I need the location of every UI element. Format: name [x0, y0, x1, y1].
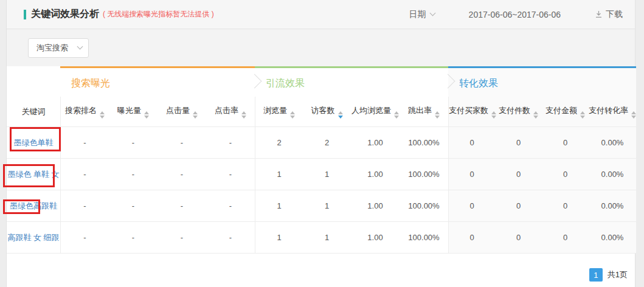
- metric-cell: 0: [542, 222, 589, 254]
- col-header-1: 关键词: [7, 97, 60, 127]
- sort-icon[interactable]: [241, 111, 246, 119]
- col-header-label: 人均浏览量: [351, 106, 391, 115]
- col-header-label: 支付转化率: [589, 106, 628, 115]
- keyword-link[interactable]: 高跟鞋 女 细跟: [7, 233, 59, 242]
- total-pages-label: 共1页: [608, 269, 628, 280]
- metric-cell: 0.00%: [589, 190, 636, 222]
- keyword-cell: 墨绿色高跟鞋: [7, 190, 60, 222]
- col-header-label: 曝光量: [117, 106, 141, 115]
- title-bar-right: 日期 2017-06-06~2017-06-06 下载: [409, 9, 623, 20]
- metric-cell: -: [158, 127, 206, 159]
- metric-cell: -: [109, 127, 158, 159]
- chevron-down-icon: [429, 10, 435, 16]
- title-accent-bar: [24, 10, 26, 19]
- keyword-table: 搜索曝光引流效果转化效果 关键词搜索排名曝光量点击量点击率浏览量访客数人均浏览量…: [7, 66, 636, 254]
- metric-cell: 1.00: [351, 159, 400, 190]
- metric-cell: 0: [448, 222, 495, 254]
- col-header-2[interactable]: 搜索排名: [60, 97, 109, 127]
- keyword-link[interactable]: 墨绿色高跟鞋: [10, 201, 57, 210]
- col-header-11[interactable]: 支付件数: [495, 97, 542, 127]
- chevron-down-icon: [77, 44, 83, 50]
- table-row: 墨绿色单鞋----221.00100.00%0000.00%: [7, 127, 636, 159]
- metric-cell: -: [109, 222, 158, 254]
- sort-icon[interactable]: [193, 111, 198, 119]
- date-filter-dropdown[interactable]: 日期: [409, 9, 435, 20]
- table-row: 墨绿色 单鞋 女----111.00100.00%0000.00%: [7, 159, 636, 190]
- metric-cell: -: [158, 190, 206, 222]
- metric-cell: -: [158, 159, 206, 190]
- col-header-label: 点击率: [215, 106, 238, 115]
- col-header-3[interactable]: 曝光量: [109, 97, 158, 127]
- keyword-cell: 墨绿色单鞋: [7, 127, 60, 159]
- sort-icon[interactable]: [580, 111, 585, 119]
- title-bar: 关键词效果分析 ( 无线端搜索曝光指标暂无法提供 ) 日期 2017-06-06…: [7, 0, 635, 29]
- sort-icon[interactable]: [290, 111, 295, 119]
- col-header-label: 点击量: [166, 106, 190, 115]
- metric-cell: 0: [542, 190, 589, 222]
- metric-cell: 1: [255, 222, 303, 254]
- metric-cell: 100.00%: [400, 127, 448, 159]
- table-row: 墨绿色高跟鞋----111.00100.00%0000.00%: [7, 190, 636, 222]
- sort-icon[interactable]: [100, 111, 105, 119]
- title-note: ( 无线端搜索曝光指标暂无法提供 ): [103, 9, 214, 19]
- group-header-label: 搜索曝光: [60, 77, 110, 90]
- keyword-link[interactable]: 墨绿色单鞋: [14, 138, 54, 147]
- col-header-7[interactable]: 访客数: [303, 97, 351, 127]
- col-header-6[interactable]: 浏览量: [255, 97, 303, 127]
- metric-cell: -: [60, 159, 109, 190]
- keyword-cell: 高跟鞋 女 细跟: [7, 222, 60, 254]
- metric-cell: -: [109, 159, 158, 190]
- table-body: 墨绿色单鞋----221.00100.00%0000.00%墨绿色 单鞋 女--…: [7, 127, 636, 254]
- col-header-13[interactable]: 支付转化率: [589, 97, 636, 127]
- metric-cell: 2: [255, 127, 303, 159]
- col-header-10[interactable]: 支付买家数: [448, 97, 495, 127]
- date-filter-label: 日期: [409, 9, 426, 20]
- col-header-8[interactable]: 人均浏览量: [351, 97, 400, 127]
- sort-icon[interactable]: [435, 111, 440, 119]
- col-header-12[interactable]: 支付金额: [542, 97, 589, 127]
- metric-cell: -: [206, 127, 255, 159]
- group-header-3: 转化效果: [448, 66, 636, 97]
- sort-icon[interactable]: [144, 111, 149, 119]
- sort-icon[interactable]: [394, 111, 399, 119]
- col-header-label: 跳出率: [408, 106, 432, 115]
- download-button[interactable]: 下载: [595, 9, 623, 20]
- metric-cell: 0: [495, 127, 542, 159]
- metric-cell: -: [206, 222, 255, 254]
- metric-cell: 1.00: [351, 222, 400, 254]
- keyword-link[interactable]: 墨绿色 单鞋 女: [7, 170, 59, 179]
- group-header-row: 搜索曝光引流效果转化效果: [7, 66, 636, 97]
- col-header-label: 浏览量: [263, 106, 287, 115]
- metric-cell: 0: [495, 159, 542, 190]
- col-header-9[interactable]: 跳出率: [400, 97, 448, 127]
- metric-cell: 1: [303, 159, 351, 190]
- sort-icon[interactable]: [631, 111, 636, 119]
- metric-cell: 1.00: [351, 127, 400, 159]
- metric-cell: 0: [495, 190, 542, 222]
- metric-cell: 0: [448, 159, 495, 190]
- sort-icon[interactable]: [491, 111, 496, 119]
- col-header-5[interactable]: 点击率: [206, 97, 255, 127]
- group-header-label: 转化效果: [448, 77, 498, 90]
- col-header-4[interactable]: 点击量: [158, 97, 206, 127]
- metric-cell: 1: [255, 190, 303, 222]
- col-header-label: 支付买家数: [449, 106, 488, 115]
- group-header-1: 搜索曝光: [60, 66, 255, 97]
- metric-cell: 1: [255, 159, 303, 190]
- group-header-spacer: [7, 66, 60, 97]
- metric-cell: -: [109, 190, 158, 222]
- metric-cell: -: [60, 127, 109, 159]
- metric-cell: 0: [448, 190, 495, 222]
- metric-cell: 0.00%: [589, 127, 636, 159]
- metric-cell: -: [60, 222, 109, 254]
- column-header-row: 关键词搜索排名曝光量点击量点击率浏览量访客数人均浏览量跳出率支付买家数支付件数支…: [7, 97, 636, 127]
- group-header-label: 引流效果: [255, 77, 305, 90]
- metric-cell: 1: [303, 222, 351, 254]
- page-1-button[interactable]: 1: [589, 268, 603, 282]
- metric-cell: 100.00%: [400, 190, 448, 222]
- channel-select[interactable]: 淘宝搜索: [28, 38, 89, 58]
- channel-select-value: 淘宝搜索: [36, 43, 68, 54]
- sort-icon[interactable]: [338, 111, 343, 119]
- sort-icon[interactable]: [533, 111, 538, 119]
- group-header-2: 引流效果: [255, 66, 448, 97]
